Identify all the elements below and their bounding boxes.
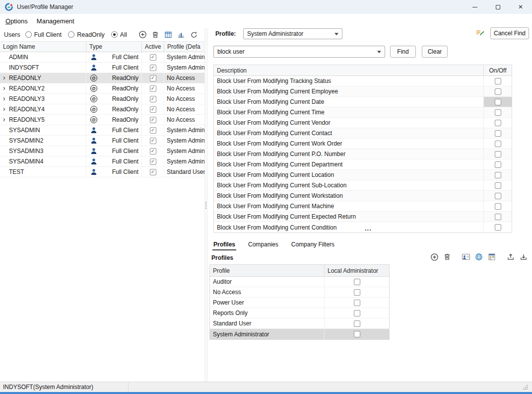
onoff-checkbox[interactable] [495,88,501,95]
panel-splitter[interactable] [204,28,207,382]
find-button[interactable]: Find [390,46,416,58]
col-description[interactable]: Description [214,65,484,76]
setting-row[interactable]: Block User From Modifying Current Employ… [214,86,512,97]
onoff-checkbox[interactable] [495,172,501,178]
user-row[interactable]: TESTFull ClientStandard User [0,167,204,177]
onoff-checkbox[interactable] [495,120,501,126]
delete-icon[interactable] [443,252,452,261]
setting-row[interactable]: Block User From Modifying Current Vendor [214,118,512,128]
local-admin-checkbox[interactable] [354,310,360,316]
user-card-icon[interactable] [462,252,470,261]
profile-select[interactable]: System Administrator [243,28,342,39]
onoff-checkbox[interactable] [495,203,501,210]
col-active[interactable]: Active [142,42,164,52]
user-row[interactable]: ›READONLY4@ReadOnlyNo Access [0,104,204,115]
active-checkbox[interactable] [150,54,156,61]
setting-row[interactable]: Block User From Modifying Current Date [214,97,512,107]
onoff-checkbox[interactable] [495,109,501,116]
search-combobox[interactable] [213,46,385,58]
onoff-checkbox[interactable] [495,224,501,231]
setting-row[interactable]: Block User From Modifying Current Condit… [214,222,512,233]
cancel-find-button[interactable]: Cancel Find [490,27,529,39]
active-checkbox[interactable] [150,85,156,92]
setting-row[interactable]: Block User From Modifying Current Machin… [214,201,512,212]
profile-row[interactable]: Auditor [210,277,389,287]
onoff-checkbox[interactable] [495,193,501,199]
edit-find-icon[interactable] [475,29,485,37]
delete-icon[interactable] [151,30,160,39]
export-icon[interactable] [506,252,515,261]
expand-chevron-icon[interactable]: › [3,116,5,123]
local-admin-checkbox[interactable] [354,320,360,327]
active-checkbox[interactable] [150,75,156,81]
active-checkbox[interactable] [150,148,156,155]
setting-row[interactable]: Block User From Modifying Current Depart… [214,159,512,170]
user-row[interactable]: SYSADMIN3Full ClientSystem Administrator [0,146,204,157]
onoff-checkbox[interactable] [495,78,501,84]
setting-row[interactable]: Block User From Modifying Current Sub-Lo… [214,180,512,191]
col-type[interactable]: Type [86,42,142,52]
import-icon[interactable] [519,252,528,261]
local-admin-checkbox[interactable] [354,289,360,296]
expand-chevron-icon[interactable]: › [3,74,5,81]
expand-chevron-icon[interactable]: › [3,84,5,91]
col-profile[interactable]: Profile (Defa [164,42,204,52]
onoff-checkbox[interactable] [495,151,501,158]
user-row[interactable]: SYSADMIN2Full ClientSystem Administrator [0,136,204,146]
local-admin-checkbox[interactable] [354,300,360,306]
col-onoff[interactable]: On/Off [484,65,512,76]
menu-options[interactable]: Options [1,16,32,26]
profile-row[interactable]: System Administrator [210,329,389,339]
local-admin-checkbox[interactable] [354,279,360,285]
active-checkbox[interactable] [150,96,156,102]
minimize-button[interactable] [464,0,486,14]
onoff-checkbox[interactable] [495,182,501,189]
active-checkbox[interactable] [150,106,156,113]
menu-management[interactable]: Management [32,16,79,26]
setting-row[interactable]: Block User From Modifying Current Workst… [214,191,512,201]
onoff-checkbox[interactable] [495,130,501,137]
user-row[interactable]: ›READONLY5@ReadOnlyNo Access [0,115,204,125]
resize-grip-icon[interactable] [523,385,528,390]
user-row[interactable]: ADMINFull ClientSystem Administrator [0,52,204,63]
columns-icon[interactable] [164,30,173,39]
onoff-checkbox[interactable] [495,141,501,147]
globe-icon[interactable] [474,252,483,261]
setting-row[interactable]: Block User From Modifying Current Expect… [214,212,512,222]
add-icon[interactable] [430,252,439,261]
setting-row[interactable]: Block User From Modifying Current Locati… [214,170,512,180]
setting-row[interactable]: Block User From Modifying Current Contac… [214,128,512,139]
user-row[interactable]: SYSADMIN4Full ClientSystem Administrator [0,157,204,167]
onoff-checkbox[interactable] [495,161,501,168]
active-checkbox[interactable] [150,117,156,123]
clear-button[interactable]: Clear [422,46,448,58]
profile-row[interactable]: Standard User [210,318,389,329]
grid-icon[interactable] [487,252,496,261]
user-row[interactable]: INDYSOFTFull ClientSystem Administrator [0,63,204,73]
active-checkbox[interactable] [150,127,156,134]
setting-row[interactable]: Block User From Modifying Current Work O… [214,139,512,149]
search-input[interactable] [217,48,375,55]
filter-radio-all[interactable]: All [111,31,127,38]
user-row[interactable]: ›READONLY@ReadOnlyNo Access [0,73,204,83]
add-icon[interactable] [138,30,147,39]
active-checkbox[interactable] [150,158,156,165]
col-profile-name[interactable]: Profile [210,265,325,276]
local-admin-checkbox[interactable] [354,331,360,337]
onoff-checkbox[interactable] [495,214,501,220]
refresh-icon[interactable] [190,30,199,39]
close-button[interactable] [509,0,532,14]
profile-row[interactable]: Reports Only [210,308,389,318]
active-checkbox[interactable] [150,65,156,71]
setting-row[interactable]: Block User From Modifying Current P.O. N… [214,149,512,159]
filter-radio-readonly[interactable]: ReadOnly [68,31,105,38]
col-local-administrator[interactable]: Local Administrator [325,265,389,276]
user-row[interactable]: ›READONLY3@ReadOnlyNo Access [0,94,204,104]
tab-companies[interactable]: Companies [247,239,279,250]
active-checkbox[interactable] [150,169,156,175]
user-row[interactable]: ›READONLY2@ReadOnlyNo Access [0,83,204,94]
setting-row[interactable]: Block User From Modifying Tracking Statu… [214,76,512,86]
chart-icon[interactable] [177,30,186,39]
tab-company-filters[interactable]: Company Filters [290,239,335,250]
profile-row[interactable]: Power User [210,298,389,308]
